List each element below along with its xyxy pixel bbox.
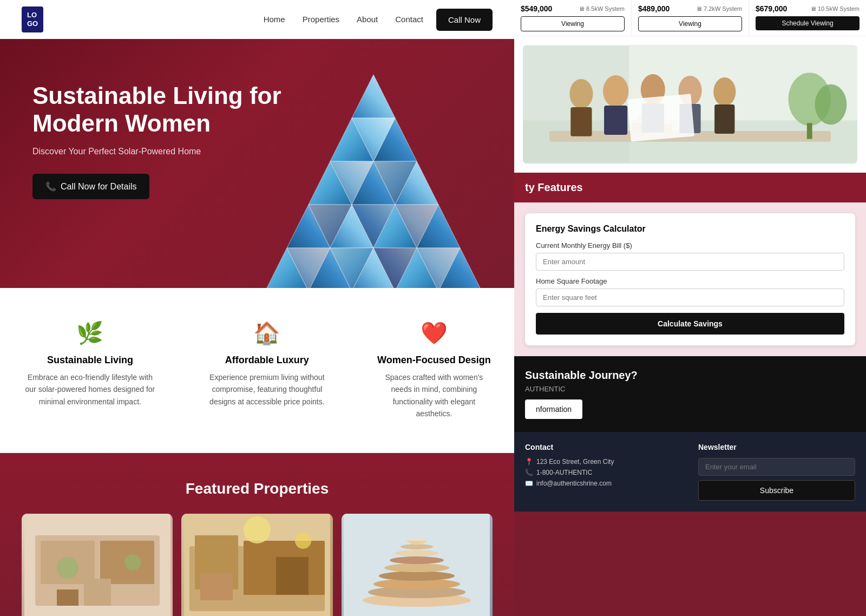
svg-rect-83 (627, 94, 694, 141)
journey-section: Sustainable Journey? AUTHENTIC nformatio… (514, 356, 866, 432)
monitor-icon: 🖥 (579, 5, 585, 12)
listing-2: $489,000 🖥 7.2kW System Viewing (632, 0, 749, 36)
navbar: LO GO Home Properties About Contact Call… (0, 0, 514, 39)
listing-2-system: 🖥 7.2kW System (696, 5, 742, 12)
subscribe-button[interactable]: Subscribe (698, 480, 855, 501)
monitor-icon-3: 🖥 (810, 5, 816, 12)
listing-1: $549,000 🖥 8.5kW System Viewing (514, 0, 632, 36)
team-image (523, 45, 857, 164)
nav-properties[interactable]: Properties (303, 15, 339, 24)
svg-point-78 (713, 77, 736, 106)
property-card-3 (342, 514, 493, 616)
feature-luxury: 🏠 Affordable Luxury Experience premium l… (202, 320, 332, 420)
calculator-card: Energy Savings Calculator Current Monthl… (525, 213, 855, 345)
phone-icon-footer: 📞 (525, 469, 533, 476)
properties-section-title: Featured Properties (22, 480, 493, 497)
property-image-3 (342, 514, 493, 616)
listing-3-price: $679,000 (756, 4, 787, 13)
footer-panel: Contact 📍 123 Eco Street, Green City 📞 1… (514, 432, 866, 512)
svg-point-72 (603, 75, 628, 107)
contact-address: 📍 123 Eco Street, Green City (525, 458, 682, 466)
nav-about[interactable]: About (357, 15, 378, 24)
footer-newsletter: Newsletter Subscribe (698, 443, 855, 501)
newsletter-email-input[interactable] (698, 458, 855, 476)
svg-point-43 (124, 554, 141, 571)
contact-email: ✉️ info@authenticshrine.com (525, 480, 682, 487)
svg-rect-73 (604, 106, 627, 135)
svg-rect-41 (84, 579, 111, 606)
svg-rect-48 (276, 557, 309, 595)
svg-point-58 (390, 556, 444, 564)
svg-point-42 (57, 557, 78, 579)
svg-point-59 (395, 550, 438, 556)
feature-sustainable-desc: Embrace an eco-friendly lifestyle with o… (22, 371, 159, 408)
property-cards-container (22, 514, 493, 616)
location-icon: 📍 (525, 458, 533, 466)
nav-call-button[interactable]: Call Now (436, 9, 493, 31)
property-listings-bar: $549,000 🖥 8.5kW System Viewing $489,000… (514, 0, 866, 36)
calculator-title: Energy Savings Calculator (536, 224, 844, 234)
right-panel: $549,000 🖥 8.5kW System Viewing $489,000… (514, 0, 866, 512)
property-card-1 (22, 514, 173, 616)
property-card-2 (181, 514, 332, 616)
calculator-section: Energy Savings Calculator Current Monthl… (514, 202, 866, 356)
svg-rect-81 (807, 123, 812, 139)
square-footage-input[interactable] (536, 289, 844, 306)
leaf-icon: 🌿 (22, 320, 159, 346)
features-label: ty Features (514, 173, 866, 202)
heart-icon: ❤️ (376, 320, 493, 346)
email-icon: ✉️ (525, 480, 533, 487)
hero-geometric-shape (222, 75, 514, 288)
energy-bill-input[interactable] (536, 253, 844, 271)
svg-rect-71 (570, 107, 592, 136)
feature-women-desc: Spaces crafted with women's needs in min… (376, 371, 493, 420)
nav-contact[interactable]: Contact (395, 15, 423, 24)
footer-contact: Contact 📍 123 Eco Street, Green City 📞 1… (525, 443, 682, 501)
hero-cta-button[interactable]: 📞 Call Now for Details (32, 174, 149, 199)
svg-point-56 (379, 571, 455, 581)
feature-women: ❤️ Women-Focused Design Spaces crafted w… (376, 320, 493, 420)
svg-rect-40 (57, 589, 78, 606)
feature-women-title: Women-Focused Design (376, 355, 493, 366)
listing-1-price: $549,000 (521, 4, 552, 13)
feature-sustainable: 🌿 Sustainable Living Embrace an eco-frie… (22, 320, 159, 420)
journey-info-button[interactable]: nformation (525, 399, 582, 419)
listing-2-view-btn[interactable]: Viewing (638, 16, 742, 31)
feature-luxury-desc: Experience premium living without compro… (202, 371, 332, 408)
svg-marker-0 (352, 75, 395, 118)
svg-rect-49 (200, 573, 233, 600)
svg-rect-79 (714, 104, 734, 134)
contact-title: Contact (525, 443, 682, 451)
svg-point-50 (244, 516, 271, 543)
calculate-button[interactable]: Calculate Savings (536, 313, 844, 335)
energy-bill-label: Current Monthly Energy Bill ($) (536, 241, 844, 250)
monitor-icon-2: 🖥 (696, 5, 702, 12)
svg-point-82 (815, 84, 847, 125)
newsletter-title: Newsletter (698, 443, 855, 451)
listing-3-system: 🖥 10.5kW System (810, 5, 860, 12)
team-panel (514, 36, 866, 173)
nav-links: Home Properties About Contact (264, 15, 423, 24)
house-icon: 🏠 (202, 320, 332, 346)
listing-3-schedule-btn[interactable]: Schedule Viewing (756, 16, 860, 30)
journey-title: Sustainable Journey? (525, 369, 855, 382)
feature-sustainable-title: Sustainable Living (22, 355, 159, 366)
svg-point-51 (295, 533, 311, 549)
phone-icon: 📞 (45, 181, 56, 192)
listing-3: $679,000 🖥 10.5kW System Schedule Viewin… (749, 0, 866, 36)
featured-properties-section: Featured Properties (0, 453, 514, 616)
listing-2-price: $489,000 (638, 4, 670, 13)
listing-1-view-btn[interactable]: Viewing (521, 16, 625, 31)
features-section: 🌿 Sustainable Living Embrace an eco-frie… (0, 288, 514, 453)
contact-phone: 📞 1-800-AUTHENTIC (525, 469, 682, 476)
property-image-2 (181, 514, 332, 616)
logo: LO GO (22, 6, 43, 32)
feature-luxury-title: Affordable Luxury (202, 355, 332, 366)
hero-section: Sustainable Living for Modern Women Disc… (0, 39, 514, 288)
svg-point-57 (384, 563, 449, 572)
property-image-1 (22, 514, 173, 616)
listing-1-system: 🖥 8.5kW System (579, 5, 625, 12)
nav-home[interactable]: Home (264, 15, 285, 24)
journey-subtitle: AUTHENTIC (525, 385, 855, 393)
svg-point-70 (569, 79, 593, 109)
